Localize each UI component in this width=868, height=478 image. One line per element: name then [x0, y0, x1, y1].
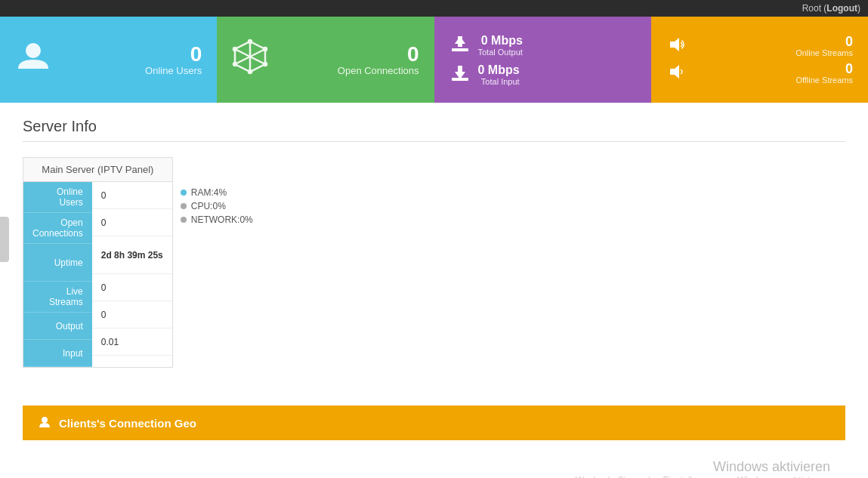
open-connections-label: Open Connections — [338, 65, 419, 76]
top-bar: Root (Logout) — [0, 0, 868, 17]
network-stat: NETWORK:0% — [181, 214, 253, 225]
output-mbps: 0 Mbps — [478, 34, 523, 48]
input-row: 0 Mbps Total Input — [449, 63, 636, 86]
svg-point-19 — [42, 417, 48, 423]
output-row: 0 Mbps Total Output — [449, 33, 636, 57]
table-labels: OnlineUsers OpenConnections Uptime LiveS… — [23, 182, 92, 367]
open-connections-card: 0 Open Connections — [217, 17, 434, 103]
geo-icon — [38, 415, 51, 431]
svg-marker-18 — [670, 65, 679, 79]
label-online-users: OnlineUsers — [23, 182, 92, 213]
output-label: Total Output — [478, 48, 523, 57]
offline-streams-info: 0 Offline Streams — [697, 62, 853, 85]
online-streams-count: 0 — [845, 35, 853, 48]
cpu-stat: CPU:0% — [181, 201, 253, 211]
geo-section: Clients's Connection Geo — [23, 406, 845, 440]
windows-subtitle: Wechseln Sie zu den Einstellungen, um Wi… — [576, 475, 830, 478]
speaker-icon — [666, 35, 687, 57]
bandwidth-card: 0 Mbps Total Output 0 Mbps Total Input — [434, 17, 651, 103]
windows-title: Windows aktivieren — [576, 459, 830, 475]
open-connections-number: 0 — [407, 44, 419, 65]
geo-map-area: Windows aktivieren Wechseln Sie zu den E… — [23, 440, 845, 478]
label-live-streams: LiveStreams — [23, 282, 92, 313]
online-users-content: 0 Online Users — [59, 44, 202, 76]
server-table: OnlineUsers OpenConnections Uptime LiveS… — [23, 182, 172, 367]
online-streams-row: 0 Online Streams — [666, 35, 853, 57]
input-mbps: 0 Mbps — [478, 63, 520, 77]
stats-panel: RAM:4% CPU:0% NETWORK:0% — [181, 187, 253, 228]
val-uptime: 2d 8h 39m 25s — [92, 236, 172, 274]
cards-row: 0 Online Users 0 Open Connections — [0, 17, 868, 103]
input-label: Total Input — [478, 77, 520, 86]
online-streams-label: Online Streams — [795, 48, 853, 57]
connections-icon — [232, 39, 268, 82]
svg-point-5 — [249, 40, 252, 43]
logout-link[interactable]: Logout — [826, 3, 857, 14]
server-info-title: Server Info — [23, 118, 845, 142]
windows-watermark: Windows aktivieren Wechseln Sie zu den E… — [576, 459, 830, 478]
open-connections-content: 0 Open Connections — [276, 44, 419, 76]
cpu-dot — [181, 203, 187, 209]
online-users-number: 0 — [190, 44, 202, 65]
label-input: Input — [23, 340, 92, 367]
svg-point-9 — [233, 63, 236, 66]
cpu-label: CPU:0% — [191, 201, 226, 211]
offline-streams-label: Offline Streams — [795, 76, 853, 85]
input-info: 0 Mbps Total Input — [478, 63, 520, 86]
label-uptime: Uptime — [23, 244, 92, 282]
offline-streams-row: 0 Offline Streams — [666, 62, 853, 85]
val-output: 0 — [92, 301, 172, 328]
sidebar-handle[interactable] — [0, 217, 9, 262]
geo-title: Clients's Connection Geo — [59, 417, 196, 430]
user-label: Root ( — [802, 3, 827, 14]
streams-card: 0 Online Streams 0 Offline Streams — [651, 17, 868, 103]
speaker-low-icon — [666, 63, 687, 85]
val-open-connections: 0 — [92, 209, 172, 236]
user-icon — [15, 39, 51, 82]
svg-point-6 — [264, 48, 267, 51]
svg-marker-13 — [455, 36, 465, 44]
label-output: Output — [23, 313, 92, 340]
offline-streams-count: 0 — [845, 62, 853, 76]
main-content: Server Info Main Server (IPTV Panel) Onl… — [0, 103, 868, 478]
upload-icon — [449, 33, 471, 57]
table-values: 0 0 2d 8h 39m 25s 0 0 0.01 — [92, 182, 172, 367]
val-input: 0.01 — [92, 328, 172, 356]
online-users-label: Online Users — [145, 65, 202, 76]
val-live-streams: 0 — [92, 274, 172, 301]
val-online-users: 0 — [92, 182, 172, 209]
svg-point-7 — [264, 63, 267, 66]
online-users-card: 0 Online Users — [0, 17, 217, 103]
network-label: NETWORK:0% — [191, 214, 253, 225]
svg-point-0 — [26, 43, 41, 58]
panel-title: Main Server (IPTV Panel) — [23, 158, 172, 182]
output-info: 0 Mbps Total Output — [478, 34, 523, 57]
svg-point-8 — [249, 70, 252, 73]
ram-stat: RAM:4% — [181, 187, 253, 198]
svg-marker-17 — [670, 38, 679, 51]
label-open-connections: OpenConnections — [23, 213, 92, 244]
download-icon — [449, 63, 471, 86]
network-dot — [181, 217, 187, 223]
svg-point-10 — [233, 48, 236, 51]
online-streams-info: 0 Online Streams — [697, 35, 853, 57]
ram-dot — [181, 190, 187, 196]
svg-rect-11 — [452, 48, 468, 51]
ram-label: RAM:4% — [191, 187, 227, 198]
server-info-body: Main Server (IPTV Panel) OnlineUsers Ope… — [23, 157, 845, 383]
server-table-wrapper: Main Server (IPTV Panel) OnlineUsers Ope… — [23, 157, 173, 368]
